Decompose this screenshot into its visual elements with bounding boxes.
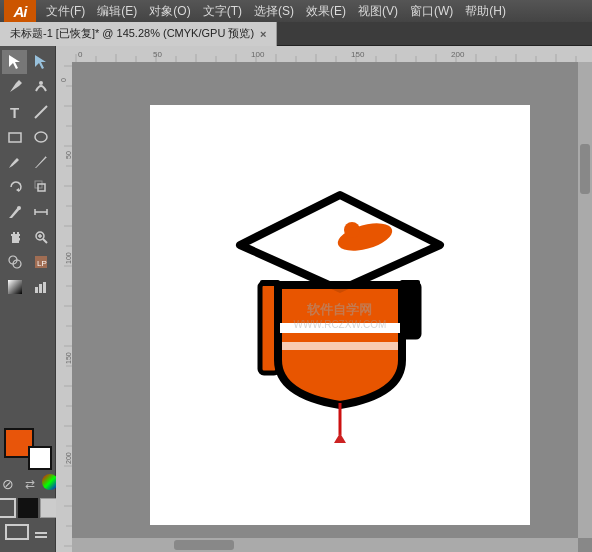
svg-rect-98 (400, 280, 420, 286)
measure-tool[interactable] (28, 200, 53, 224)
extra-color-icons: ⊘ ⇄ (0, 474, 58, 494)
eyedropper-tool[interactable] (2, 200, 27, 224)
svg-rect-21 (8, 280, 22, 294)
none-icon[interactable]: ⊘ (0, 474, 18, 494)
menu-window[interactable]: 窗口(W) (404, 0, 459, 22)
svg-line-3 (35, 106, 47, 118)
svg-marker-1 (35, 55, 46, 69)
tab-close-button[interactable]: × (260, 28, 266, 40)
menu-edit[interactable]: 编辑(E) (91, 0, 143, 22)
svg-text:100: 100 (251, 50, 265, 59)
artboard: 软件自学网 WWW.RCZXW.COM (150, 105, 530, 525)
menu-type[interactable]: 文字(T) (197, 0, 248, 22)
menu-bar: 文件(F) 编辑(E) 对象(O) 文字(T) 选择(S) 效果(E) 视图(V… (36, 0, 588, 22)
svg-rect-25 (35, 532, 47, 534)
canvas-area[interactable]: 0 50 100 150 200 (56, 46, 592, 552)
artboard-icon[interactable] (5, 524, 29, 540)
svg-rect-59 (56, 46, 72, 552)
svg-rect-23 (39, 284, 42, 293)
vertical-scrollbar[interactable] (578, 62, 592, 538)
type-tool[interactable]: T (2, 100, 27, 124)
svg-rect-27 (56, 46, 592, 62)
svg-text:100: 100 (65, 252, 72, 264)
stroke-color[interactable] (28, 446, 52, 470)
left-toolbar: T (0, 46, 56, 552)
svg-text:150: 150 (65, 352, 72, 364)
svg-text:50: 50 (65, 151, 72, 159)
direct-select-tool[interactable] (28, 50, 53, 74)
svg-rect-22 (35, 287, 38, 293)
border-square-icon[interactable] (0, 498, 16, 518)
scale-tool[interactable] (28, 175, 53, 199)
menu-effect[interactable]: 效果(E) (300, 0, 352, 22)
shape-builder-tool[interactable] (2, 250, 27, 274)
rectangle-tool[interactable] (2, 125, 27, 149)
svg-text:200: 200 (451, 50, 465, 59)
app-logo: Ai (4, 0, 36, 22)
tool-row-9: LP (2, 250, 53, 274)
horizontal-scrollbar[interactable] (72, 538, 578, 552)
graduation-cap-illustration (220, 175, 460, 455)
tab-bar: 未标题-1 [已恢复]* @ 145.28% (CMYK/GPU 预览) × (0, 22, 592, 46)
tool-row-10 (2, 275, 53, 299)
layers-icon[interactable] (31, 524, 51, 544)
pen-tool[interactable] (2, 75, 27, 99)
live-paint-tool[interactable]: LP (28, 250, 53, 274)
tool-row-4 (2, 125, 53, 149)
tool-row-1 (2, 50, 53, 74)
vertical-ruler: 0 50 100 150 200 (56, 46, 72, 552)
svg-line-14 (43, 239, 47, 243)
svg-text:0: 0 (78, 50, 83, 59)
canvas-inner: 软件自学网 WWW.RCZXW.COM (72, 62, 592, 552)
tool-row-8 (2, 225, 53, 249)
graph-tool[interactable] (28, 275, 53, 299)
svg-marker-96 (334, 433, 346, 443)
swap-icon[interactable]: ⇄ (20, 474, 40, 494)
tool-row-5 (2, 150, 53, 174)
svg-point-5 (35, 132, 47, 142)
zoom-tool[interactable] (28, 225, 53, 249)
hand-tool[interactable] (2, 225, 27, 249)
tool-row-7 (2, 200, 53, 224)
svg-rect-97 (260, 280, 280, 286)
paintbrush-tool[interactable] (2, 150, 27, 174)
rotate-tool[interactable] (2, 175, 27, 199)
horizontal-ruler: 0 50 100 150 200 (56, 46, 592, 62)
menu-select[interactable]: 选择(S) (248, 0, 300, 22)
black-square-icon[interactable] (18, 498, 38, 518)
svg-rect-4 (9, 133, 21, 142)
selection-tool[interactable] (2, 50, 27, 74)
v-scroll-thumb[interactable] (580, 144, 590, 194)
tab-label: 未标题-1 [已恢复]* @ 145.28% (CMYK/GPU 预览) (10, 26, 254, 41)
svg-text:200: 200 (65, 452, 72, 464)
svg-text:0: 0 (60, 78, 67, 82)
h-scroll-thumb[interactable] (174, 540, 234, 550)
color-boxes (4, 428, 52, 470)
line-tool[interactable] (28, 100, 53, 124)
active-tab[interactable]: 未标题-1 [已恢复]* @ 145.28% (CMYK/GPU 预览) × (0, 22, 277, 46)
tool-row-2 (2, 75, 53, 99)
menu-help[interactable]: 帮助(H) (459, 0, 512, 22)
menu-object[interactable]: 对象(O) (143, 0, 196, 22)
ellipse-tool[interactable] (28, 125, 53, 149)
svg-rect-26 (35, 536, 47, 538)
pencil-tool[interactable] (28, 150, 53, 174)
menu-file[interactable]: 文件(F) (40, 0, 91, 22)
svg-point-92 (344, 222, 360, 238)
svg-marker-0 (9, 55, 20, 69)
svg-rect-24 (43, 282, 46, 293)
tool-row-3: T (2, 100, 53, 124)
gradient-tool[interactable] (2, 275, 27, 299)
tool-row-6 (2, 175, 53, 199)
svg-point-2 (39, 81, 43, 85)
svg-text:50: 50 (153, 50, 162, 59)
title-bar: Ai 文件(F) 编辑(E) 对象(O) 文字(T) 选择(S) 效果(E) 视… (0, 0, 592, 22)
color-section: ⊘ ⇄ (2, 424, 53, 548)
curvature-tool[interactable] (28, 75, 53, 99)
main-layout: T (0, 46, 592, 552)
svg-text:LP: LP (37, 259, 47, 268)
svg-text:150: 150 (351, 50, 365, 59)
svg-marker-6 (16, 188, 19, 192)
menu-view[interactable]: 视图(V) (352, 0, 404, 22)
svg-point-9 (17, 206, 21, 210)
